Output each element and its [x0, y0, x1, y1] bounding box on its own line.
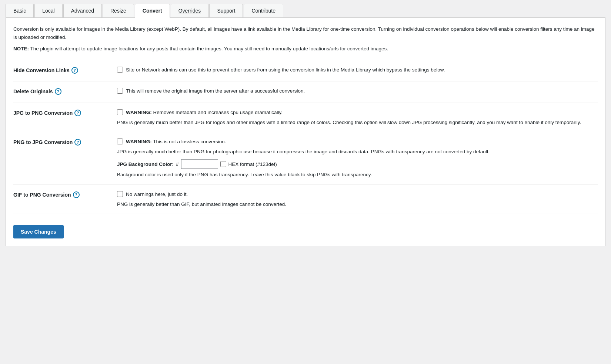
content-area: Conversion is only available for images …: [6, 18, 605, 246]
jpg-to-png-warning-label: WARNING:: [126, 110, 152, 115]
jpg-to-png-help-icon[interactable]: ?: [74, 110, 81, 116]
jpg-bg-color-note: Background color is used only if the PNG…: [117, 171, 598, 179]
tabs-container: Basic Local Advanced Resize Convert Over…: [6, 4, 605, 18]
note-content: The plugin will attempt to update image …: [30, 46, 388, 51]
save-changes-button[interactable]: Save Changes: [13, 225, 64, 238]
intro-line1: Conversion is only available for images …: [13, 25, 598, 41]
delete-originals-help-icon[interactable]: ?: [55, 88, 61, 95]
setting-field-png-to-jpg: WARNING: This is not a lossless conversi…: [117, 138, 598, 179]
png-to-jpg-checkbox-row: WARNING: This is not a lossless conversi…: [117, 138, 598, 146]
setting-label-hide-conversion-links: Hide Conversion Links ?: [13, 66, 117, 74]
tab-basic[interactable]: Basic: [6, 4, 34, 17]
png-to-jpg-warning-label: WARNING:: [126, 139, 152, 144]
png-to-jpg-warning: WARNING: This is not a lossless conversi…: [126, 138, 226, 146]
jpg-to-png-checkbox[interactable]: [117, 109, 123, 115]
delete-originals-checkbox[interactable]: [117, 88, 123, 94]
setting-field-delete-originals: This will remove the original image from…: [117, 87, 598, 97]
setting-label-gif-to-png: GIF to PNG Conversion ?: [13, 190, 117, 198]
gif-to-png-help-icon[interactable]: ?: [73, 191, 80, 198]
gif-to-png-extra-desc: PNG is generally better than GIF, but an…: [117, 200, 598, 208]
gif-to-png-checkbox[interactable]: [117, 191, 123, 197]
jpg-bg-color-checkbox[interactable]: [220, 161, 226, 167]
tab-overrides[interactable]: Overrides: [171, 4, 209, 17]
jpg-bg-color-row: JPG Background Color: # HEX format (#123…: [117, 159, 598, 169]
hide-conversion-links-help-icon[interactable]: ?: [71, 67, 78, 74]
note-label: NOTE:: [13, 46, 29, 51]
png-to-jpg-checkbox[interactable]: [117, 138, 123, 144]
hide-conversion-links-checkbox-row: Site or Network admins can use this to p…: [117, 66, 598, 74]
jpg-to-png-checkbox-row: WARNING: Removes metadata and increases …: [117, 108, 598, 117]
png-to-jpg-warning-text: This is not a lossless conversion.: [153, 139, 226, 144]
jpg-to-png-warning: WARNING: Removes metadata and increases …: [126, 108, 283, 117]
gif-to-png-text: GIF to PNG Conversion: [13, 192, 71, 198]
setting-field-hide-conversion-links: Site or Network admins can use this to p…: [117, 66, 598, 76]
setting-row-png-to-jpg: PNG to JPG Conversion ? WARNING: This is…: [13, 132, 598, 185]
setting-row-jpg-to-png: JPG to PNG Conversion ? WARNING: Removes…: [13, 103, 598, 132]
delete-originals-checkbox-row: This will remove the original image from…: [117, 87, 598, 95]
png-to-jpg-extra-desc: JPG is generally much better than PNG fo…: [117, 148, 598, 156]
hide-conversion-links-checkbox[interactable]: [117, 67, 123, 73]
setting-row-delete-originals: Delete Originals ? This will remove the …: [13, 81, 598, 103]
tab-contribute[interactable]: Contribute: [244, 4, 283, 17]
png-to-jpg-text: PNG to JPG Conversion: [13, 139, 73, 145]
tab-resize[interactable]: Resize: [103, 4, 134, 17]
setting-label-delete-originals: Delete Originals ?: [13, 87, 117, 95]
jpg-to-png-warning-text: Removes metadata and increases cpu usage…: [153, 110, 283, 115]
setting-label-png-to-jpg: PNG to JPG Conversion ?: [13, 138, 117, 146]
tab-advanced[interactable]: Advanced: [63, 4, 102, 17]
jpg-to-png-extra-desc: PNG is generally much better than JPG fo…: [117, 118, 598, 127]
tab-convert[interactable]: Convert: [135, 4, 170, 18]
setting-label-jpg-to-png: JPG to PNG Conversion ?: [13, 108, 117, 116]
tab-local[interactable]: Local: [34, 4, 62, 17]
gif-to-png-checkbox-row: No warnings here, just do it.: [117, 190, 598, 198]
gif-to-png-desc: No warnings here, just do it.: [126, 190, 188, 198]
setting-field-gif-to-png: No warnings here, just do it. PNG is gen…: [117, 190, 598, 208]
jpg-to-png-text: JPG to PNG Conversion: [13, 110, 73, 116]
jpg-bg-color-format-label: HEX format (#123def): [228, 160, 277, 168]
intro-note: NOTE: The plugin will attempt to update …: [13, 45, 598, 53]
setting-row-gif-to-png: GIF to PNG Conversion ? No warnings here…: [13, 185, 598, 214]
hide-conversion-links-desc: Site or Network admins can use this to p…: [126, 66, 445, 74]
setting-field-jpg-to-png: WARNING: Removes metadata and increases …: [117, 108, 598, 126]
page-wrapper: Basic Local Advanced Resize Convert Over…: [0, 0, 611, 257]
delete-originals-text: Delete Originals: [13, 89, 53, 94]
delete-originals-desc: This will remove the original image from…: [126, 87, 305, 95]
hide-conversion-links-text: Hide Conversion Links: [13, 67, 70, 73]
jpg-bg-color-hash: #: [176, 160, 179, 168]
jpg-bg-color-label: JPG Background Color:: [117, 160, 174, 168]
tab-support[interactable]: Support: [209, 4, 243, 17]
setting-row-hide-conversion-links: Hide Conversion Links ? Site or Network …: [13, 60, 598, 82]
jpg-bg-color-input[interactable]: [181, 159, 218, 169]
png-to-jpg-help-icon[interactable]: ?: [74, 139, 81, 146]
